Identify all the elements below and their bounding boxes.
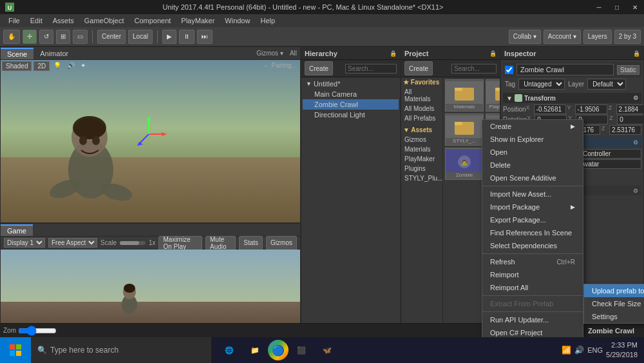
styly-filesize-btn[interactable]: Check File Size [584,297,644,310]
scale-z-field[interactable] [609,125,641,135]
2d-btn[interactable]: 2D [33,61,50,71]
close-button[interactable]: ✕ [626,0,644,14]
account-btn[interactable]: Account ▾ [544,30,581,44]
start-button[interactable] [0,337,31,363]
ctx-show-explorer[interactable]: Show in Explorer [482,133,583,146]
animator-settings-icon[interactable]: ⚙ [633,139,638,146]
proj-playmaker[interactable]: PlayMaker [401,154,442,164]
ctx-run-api[interactable]: Run API Updater... [482,313,583,326]
ctx-open-additive[interactable]: Open Scene Additive [482,172,583,184]
object-active-checkbox[interactable] [505,66,513,74]
file-explorer-icon[interactable]: 📁 [242,337,268,363]
proj-assets-label[interactable]: ▼ Assets [401,125,442,135]
project-create-btn[interactable]: Create [404,61,433,75]
menu-assets[interactable]: Assets [48,15,79,26]
styly-settings-btn[interactable]: Settings [584,310,644,323]
proj-styly[interactable]: STYLY_Plu... [401,173,442,183]
ctx-delete[interactable]: Delete [482,159,583,172]
menu-help[interactable]: Help [255,15,280,26]
aspect-select[interactable]: Free Aspect [48,238,97,248]
proj-all-prefabs[interactable]: All Prefabs [401,113,442,123]
ctx-import-package[interactable]: Import Package ▶ [482,201,583,213]
layout-btn[interactable]: 2 by 3 [614,30,641,44]
taskbar-time[interactable]: 2:33 PM 5/29/2018 [606,340,638,360]
proj-all-materials[interactable]: All Materials [401,87,442,104]
ctx-select-deps[interactable]: Select Dependencies [482,239,583,252]
gizmos-label[interactable]: Gizmos ▾ [253,48,287,58]
tag-select[interactable]: Untagged [518,79,565,90]
hier-item-untitled[interactable]: ▼ Untitled* [303,79,399,89]
transform-settings-icon[interactable]: ⚙ [633,95,638,101]
hier-item-zombie[interactable]: Zombie Crawl [303,99,399,110]
unity-taskbar-icon[interactable]: ⬛ [289,337,314,363]
hier-item-camera[interactable]: Main Camera [303,89,399,99]
ctx-create[interactable]: Create ▶ [482,120,583,133]
menu-gameobject[interactable]: GameObject [79,15,129,26]
ctx-find-refs[interactable]: Find References In Scene [482,226,583,239]
styly-upload-btn[interactable]: Upload prefab to STYLY [584,284,644,297]
pos-y-field[interactable] [575,104,607,114]
pivot-btn[interactable]: Center [97,30,126,44]
ctx-refresh[interactable]: Refresh Ctrl+R [482,255,583,268]
zoom-slider[interactable] [18,326,57,336]
object-name-field[interactable] [516,64,614,75]
play-btn[interactable]: ▶ [162,30,176,44]
maximize-on-play-btn[interactable]: Maximize On Play [158,236,202,250]
menu-window[interactable]: Window [220,15,255,26]
asset-playmaker[interactable]: PlayMaker_... [486,79,500,112]
asset-zombie[interactable]: 🧟 Zombie [445,148,484,180]
scale-slider[interactable] [120,241,146,245]
static-btn[interactable]: Static [617,65,639,75]
taskbar-search-box[interactable]: 🔍 Type here to search [31,337,211,363]
gizmos-game-btn[interactable]: Gizmos [266,236,297,250]
asset-styly[interactable]: STYLY_... [445,113,484,146]
rotate-tool-btn[interactable]: ↺ [39,30,53,44]
scene-sound-icon[interactable]: 🔊 [65,61,77,71]
minimize-button[interactable]: ─ [590,0,608,14]
shaded-btn[interactable]: Shaded [2,61,32,71]
pause-btn[interactable]: ⏸ [179,30,194,44]
ctx-export-package[interactable]: Export Package... [482,213,583,226]
hierarchy-create-btn[interactable]: Create [305,61,333,75]
scene-lights-icon[interactable]: 💡 [52,61,63,71]
rect-tool-btn[interactable]: ▭ [73,30,88,44]
ctx-open[interactable]: Open [482,146,583,159]
coord-btn[interactable]: Local [128,30,153,44]
maximize-button[interactable]: □ [608,0,626,14]
ctx-reimport-all[interactable]: Reimport All [482,281,583,294]
menu-file[interactable]: File [3,15,25,26]
tab-scene[interactable]: Scene [1,48,33,59]
proj-gizmos[interactable]: Gizmos [401,135,442,144]
pos-x-field[interactable] [534,104,566,114]
chrome-icon[interactable]: 🔵 [268,340,289,360]
proj-plugins[interactable]: Plugins [401,164,442,173]
scene-fx-icon[interactable]: ✦ [79,61,88,71]
mute-audio-btn[interactable]: Mute Audio [205,236,236,250]
menu-playmaker[interactable]: PlayMaker [176,15,220,26]
tab-animator[interactable]: Animator [33,48,75,59]
pos-z-field[interactable] [616,104,643,114]
ctx-reimport[interactable]: Reimport [482,268,583,281]
transforms-settings-icon[interactable]: ⚙ [633,188,638,194]
scale-tool-btn[interactable]: ⊞ [56,30,70,44]
transform-section-header[interactable]: ▼ Transform ⚙ [503,93,641,103]
display-select[interactable]: Display 1 [4,238,45,248]
tab-game[interactable]: Game [1,224,33,236]
layers-btn[interactable]: Layers [583,30,612,44]
rot-z-field[interactable] [617,115,643,124]
collab-btn[interactable]: Collab ▾ [509,30,541,44]
hierarchy-search-input[interactable] [345,64,397,74]
scene-content[interactable]: ← Pairing... Shaded 2D 💡 🔊 ✦ [1,60,300,222]
hand-tool-btn[interactable]: ✋ [3,30,20,44]
cortana-icon[interactable]: 🌐 [216,337,242,363]
app-icon-5[interactable]: 🦋 [314,337,340,363]
layer-select[interactable]: Default [587,79,626,90]
hier-item-light[interactable]: Directional Light [303,110,399,120]
stats-btn[interactable]: Stats [239,236,263,250]
proj-all-models[interactable]: All Models [401,104,442,113]
project-search-input[interactable] [451,64,497,74]
proj-materials[interactable]: Materials [401,144,442,154]
asset-materials[interactable]: Materials [445,79,484,112]
move-tool-btn[interactable]: ✛ [23,30,37,44]
step-btn[interactable]: ⏭ [197,30,213,44]
